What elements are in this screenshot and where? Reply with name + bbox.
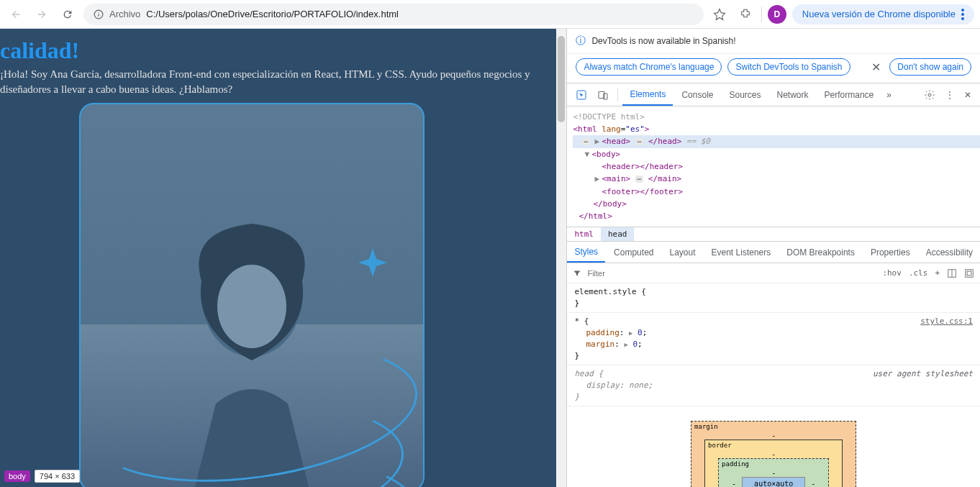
gear-icon[interactable]: [920, 83, 940, 106]
cls-toggle[interactable]: .cls: [909, 268, 928, 278]
svg-rect-14: [966, 269, 974, 277]
back-button[interactable]: [6, 4, 26, 24]
flex-icon[interactable]: [947, 268, 957, 278]
tab-styles[interactable]: Styles: [567, 242, 605, 263]
info-icon: ⓘ: [576, 35, 586, 47]
tab-computed[interactable]: Computed: [607, 242, 661, 263]
svg-point-4: [961, 13, 964, 16]
star-icon[interactable]: [709, 4, 730, 24]
device-toggle-icon[interactable]: [593, 83, 613, 106]
tab-network[interactable]: Network: [770, 83, 816, 106]
dom-breadcrumb[interactable]: html head: [567, 227, 980, 242]
tab-properties[interactable]: Properties: [863, 242, 917, 263]
tab-elements[interactable]: Elements: [622, 83, 673, 106]
tab-layout[interactable]: Layout: [662, 242, 702, 263]
svg-point-1: [98, 12, 99, 13]
page-heading: calidad!: [0, 29, 566, 67]
hov-toggle[interactable]: :hov: [882, 268, 902, 278]
browser-toolbar: Archivo C:/Users/polas/OneDrive/Escritor…: [0, 0, 980, 29]
page-description: ¡Hola! Soy Ana García, desarrolladora Fr…: [0, 67, 566, 103]
dont-show-button[interactable]: Don't show again: [889, 58, 971, 76]
devtools-tabs: Elements Console Sources Network Perform…: [567, 83, 980, 106]
forward-button[interactable]: [32, 4, 52, 24]
tab-sources[interactable]: Sources: [722, 83, 768, 106]
element-dimensions-badge: body 794 × 633: [4, 470, 80, 483]
inspect-icon[interactable]: [571, 83, 591, 106]
switch-spanish-button[interactable]: Switch DevTools to Spanish: [727, 58, 850, 76]
info-icon: [94, 9, 104, 19]
svg-rect-2: [98, 14, 99, 17]
svg-point-5: [961, 17, 964, 20]
profile-avatar[interactable]: D: [768, 5, 786, 24]
infobar-message: DevTools is now available in Spanish!: [591, 36, 735, 46]
css-rules[interactable]: element.style { } style.css:1 * { paddin…: [567, 283, 980, 406]
infobar-close-icon[interactable]: ✕: [868, 60, 884, 74]
extensions-icon[interactable]: [735, 4, 756, 24]
viewport-scrollbar[interactable]: [556, 29, 566, 487]
svg-point-7: [217, 265, 286, 348]
reload-button[interactable]: [58, 4, 78, 24]
file-label: Archivo: [109, 9, 140, 19]
styles-filter-input[interactable]: [587, 269, 876, 278]
tab-performance[interactable]: Performance: [817, 83, 881, 106]
svg-point-11: [928, 94, 931, 96]
tab-accessibility[interactable]: Accessibility: [919, 242, 980, 263]
breadcrumb-html[interactable]: html: [567, 227, 601, 241]
svg-rect-15: [967, 271, 971, 276]
update-chrome-button[interactable]: Nueva versión de Chrome disponible: [792, 4, 974, 24]
tabs-overflow-icon[interactable]: »: [882, 83, 896, 106]
match-language-button[interactable]: Always match Chrome's language: [576, 58, 722, 76]
computed-toggle-icon[interactable]: [964, 268, 974, 278]
new-rule-icon[interactable]: +: [935, 268, 940, 278]
kebab-icon: [961, 9, 964, 20]
devtools-panel: ⓘ DevTools is now available in Spanish! …: [566, 29, 980, 487]
breadcrumb-head[interactable]: head: [601, 227, 635, 241]
devtools-infobar: ⓘ DevTools is now available in Spanish!: [567, 29, 980, 54]
hero-image: [79, 103, 425, 487]
styles-pane-tabs: Styles Computed Layout Event Listeners D…: [567, 242, 980, 263]
elements-dom-tree[interactable]: <!DOCTYPE html> <html lang="es"> ⋯ ▶<hea…: [567, 106, 980, 227]
styles-filter-row: :hov .cls +: [567, 263, 980, 283]
tab-dom-breakpoints[interactable]: DOM Breakpoints: [779, 242, 862, 263]
kebab-icon[interactable]: ⋮: [941, 83, 958, 106]
tab-console[interactable]: Console: [674, 83, 720, 106]
url-text: C:/Users/polas/OneDrive/Escritorio/PORTA…: [146, 9, 399, 19]
page-viewport: calidad! ¡Hola! Soy Ana García, desarrol…: [0, 29, 566, 487]
filter-icon: [573, 269, 581, 278]
devtools-close-icon[interactable]: ✕: [960, 83, 976, 106]
tab-event-listeners[interactable]: Event Listeners: [704, 242, 779, 263]
source-link[interactable]: style.css:1: [920, 316, 973, 327]
ua-stylesheet-label: user agent stylesheet: [873, 368, 973, 380]
box-model: margin - border - padding - - auto×auto: [567, 406, 980, 487]
svg-point-3: [961, 9, 964, 12]
address-bar[interactable]: Archivo C:/Users/polas/OneDrive/Escritor…: [83, 4, 704, 25]
